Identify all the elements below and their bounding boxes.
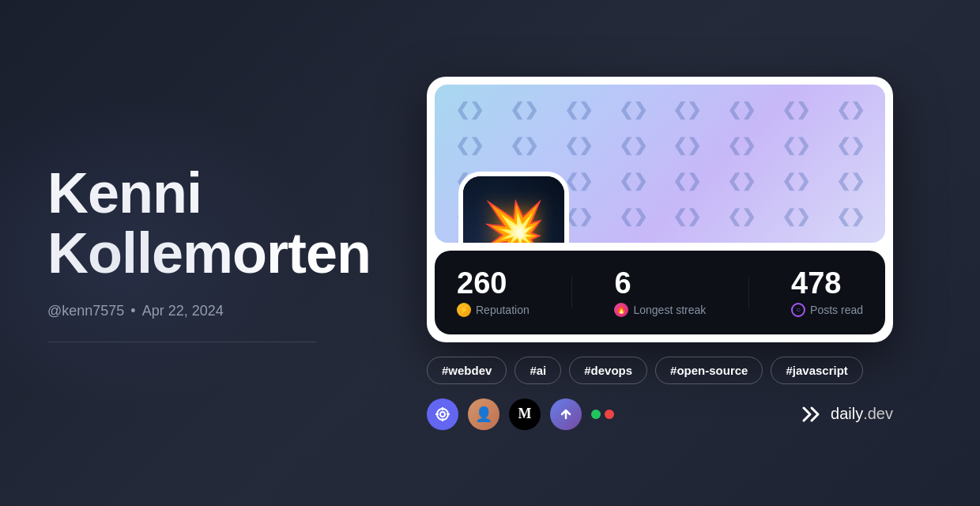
pattern-icon: ❮❯: [769, 128, 824, 164]
avatar: 💥: [458, 172, 569, 243]
tags-section: #webdev #ai #devops #open-source #javasc…: [427, 357, 893, 384]
avatar-inner: 💥: [463, 176, 564, 243]
avatar-emoji: 💥: [482, 202, 545, 243]
pattern-icon: ❮❯: [714, 128, 769, 164]
pattern-icon: ❮❯: [605, 93, 660, 128]
join-date: Apr 22, 2024: [142, 303, 224, 319]
pattern-icon: ❮❯: [443, 93, 497, 128]
svg-point-0: [437, 409, 448, 420]
pattern-icon: ❮❯: [823, 164, 877, 199]
stats-bar: 260 ⚡ Reputation 6 🔥 Longest streak: [435, 251, 885, 334]
stat-streak: 6 🔥 Longest streak: [614, 268, 706, 317]
tag-ai[interactable]: #ai: [514, 357, 561, 384]
dailydev-logo: daily.dev: [801, 403, 893, 425]
user-avatar-small-icon[interactable]: 👤: [468, 398, 499, 430]
pattern-icon: ❮❯: [605, 164, 660, 199]
crosshair-icon[interactable]: [427, 398, 458, 430]
tag-webdev[interactable]: #webdev: [427, 357, 507, 384]
pattern-icon: ❮❯: [714, 93, 769, 128]
pattern-icon: ❮❯: [769, 93, 824, 128]
name-line1: Kenni: [47, 161, 202, 225]
reputation-value: 260: [457, 268, 507, 298]
logo-text: daily.dev: [831, 405, 893, 423]
pattern-icon: ❮❯: [605, 128, 660, 164]
red-dot: [605, 410, 614, 419]
tag-open-source[interactable]: #open-source: [655, 357, 763, 384]
social-row: 👤 M: [427, 398, 893, 430]
uplabs-icon[interactable]: [550, 398, 582, 430]
tag-javascript[interactable]: #javascript: [771, 357, 862, 384]
status-dots: [591, 410, 614, 419]
right-section: ❮❯ ❮❯ ❮❯ ❮❯ ❮❯ ❮❯ ❮❯ ❮❯ ❮❯ ❮❯ ❮❯ ❮❯ ❮❯ ❮…: [427, 77, 933, 430]
reputation-label: ⚡ Reputation: [457, 303, 530, 317]
green-dot: [591, 410, 601, 419]
streak-icon: 🔥: [614, 303, 628, 317]
pattern-icon: ❮❯: [497, 93, 552, 128]
posts-icon: ○: [791, 303, 805, 317]
dailydev-logo-icon: [801, 403, 826, 425]
pattern-icon: ❮❯: [714, 199, 769, 235]
pattern-icon: ❮❯: [823, 128, 877, 164]
pattern-icon: ❮❯: [660, 93, 714, 128]
pattern-icon: ❮❯: [660, 199, 714, 235]
medium-icon[interactable]: M: [509, 398, 541, 430]
pattern-icon: ❮❯: [552, 93, 606, 128]
pattern-icon: ❮❯: [660, 128, 714, 164]
social-icons: 👤 M: [427, 398, 614, 430]
name-line2: Kollemorten: [47, 221, 371, 285]
stat-reputation: 260 ⚡ Reputation: [457, 268, 530, 317]
posts-label: ○ Posts read: [791, 303, 863, 317]
user-meta: @kenn7575 • Apr 22, 2024: [47, 303, 395, 319]
pattern-icon: ❮❯: [823, 199, 877, 235]
svg-point-1: [440, 412, 445, 417]
stat-posts: 478 ○ Posts read: [791, 268, 863, 317]
pattern-icon: ❮❯: [769, 164, 824, 199]
tag-devops[interactable]: #devops: [569, 357, 647, 384]
profile-banner: ❮❯ ❮❯ ❮❯ ❮❯ ❮❯ ❮❯ ❮❯ ❮❯ ❮❯ ❮❯ ❮❯ ❮❯ ❮❯ ❮…: [435, 85, 885, 243]
stat-divider-2: [748, 277, 749, 308]
name-divider: [47, 342, 316, 342]
pattern-icon: ❮❯: [660, 164, 714, 199]
pattern-icon: ❮❯: [552, 128, 606, 164]
streak-value: 6: [614, 268, 631, 298]
user-name: Kenni Kollemorten: [47, 164, 395, 283]
streak-label: 🔥 Longest streak: [614, 303, 706, 317]
left-section: Kenni Kollemorten @kenn7575 • Apr 22, 20…: [47, 164, 427, 342]
pattern-icon: ❮❯: [605, 199, 660, 235]
pattern-icon: ❮❯: [443, 128, 497, 164]
meta-separator: •: [130, 303, 135, 319]
profile-card: ❮❯ ❮❯ ❮❯ ❮❯ ❮❯ ❮❯ ❮❯ ❮❯ ❮❯ ❮❯ ❮❯ ❮❯ ❮❯ ❮…: [427, 77, 893, 342]
pattern-icon: ❮❯: [497, 128, 552, 164]
posts-value: 478: [791, 268, 841, 298]
user-handle: @kenn7575: [47, 303, 124, 319]
pattern-icon: ❮❯: [769, 199, 824, 235]
pattern-icon: ❮❯: [823, 93, 877, 128]
profile-card-container: Kenni Kollemorten @kenn7575 • Apr 22, 20…: [0, 0, 980, 506]
reputation-icon: ⚡: [457, 303, 471, 317]
pattern-icon: ❮❯: [714, 164, 769, 199]
stat-divider-1: [571, 277, 572, 308]
